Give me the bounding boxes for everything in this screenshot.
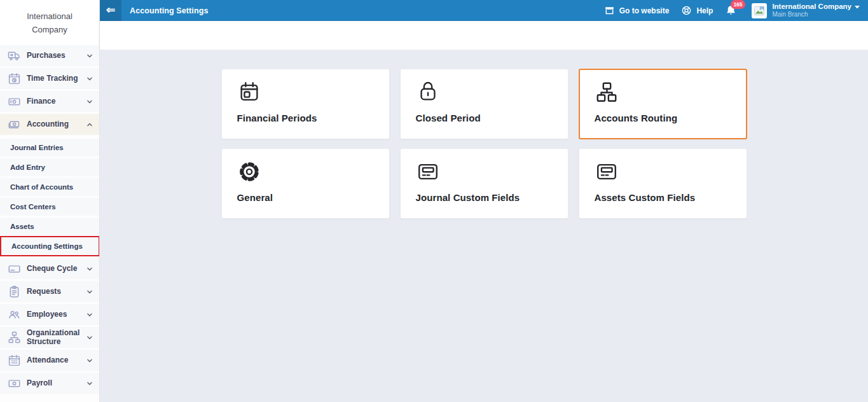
custom-field-icon — [595, 160, 620, 185]
sidebar-subitem-cost-centers[interactable]: Cost Centers — [0, 198, 99, 216]
cash-icon — [7, 118, 21, 132]
sidebar-submenu-accounting: Journal EntriesAdd EntryChart of Account… — [0, 139, 99, 256]
submenu-item-label: Accounting Settings — [11, 242, 83, 250]
sidebar-item-label: Attendance — [27, 356, 86, 365]
sidebar-item-organizational-structure[interactable]: Organizational Structure — [0, 327, 99, 348]
sidebar-item-label: Cheque Cycle — [27, 265, 86, 274]
sidebar: International Company PurchasesTime Trac… — [0, 0, 100, 402]
submenu-item-label: Journal Entries — [10, 144, 64, 151]
submenu-item-label: Cost Centers — [10, 203, 56, 211]
settings-card-label: General — [237, 192, 389, 203]
sidebar-item-label: Payroll — [27, 379, 86, 388]
help-link[interactable]: Help — [681, 5, 713, 16]
sidebar-subitem-chart-of-accounts[interactable]: Chart of Accounts — [0, 178, 99, 196]
sidebar-item-attendance[interactable]: Attendance — [0, 350, 99, 371]
sidebar-item-accounting[interactable]: Accounting — [0, 114, 99, 135]
sidebar-subitem-journal-entries[interactable]: Journal Entries — [0, 139, 99, 156]
settings-card-label: Financial Periods — [237, 113, 389, 123]
sidebar-item-finance[interactable]: Finance — [0, 91, 99, 112]
calendar-icon — [237, 80, 263, 106]
account-menu[interactable]: International Company Main Branch — [752, 3, 860, 18]
storefront-icon — [604, 5, 615, 16]
chevron-up-icon — [86, 121, 93, 128]
page-subheader — [100, 21, 868, 50]
collapse-sidebar-button[interactable]: ⇐ — [100, 0, 121, 21]
caret-down-icon — [855, 6, 860, 9]
gear-icon — [237, 160, 263, 185]
banknote-icon — [7, 95, 21, 109]
sidebar-item-label: Accounting — [27, 120, 86, 129]
app-root: International Company PurchasesTime Trac… — [0, 0, 868, 402]
payroll-icon — [7, 377, 21, 391]
help-label: Help — [696, 6, 713, 15]
sidebar-item-label: Organizational Structure — [27, 329, 86, 347]
chevron-down-icon — [86, 266, 93, 272]
company-logo: International Company — [0, 0, 99, 45]
content-area: Financial PeriodsClosed PeriodAccounts R… — [100, 50, 868, 402]
main-column: ⇐ Accounting Settings Go to website — [100, 0, 868, 402]
settings-card-general[interactable]: General — [221, 148, 390, 219]
settings-card-accounts-routing[interactable]: Accounts Routing — [579, 69, 747, 139]
settings-cards-grid: Financial PeriodsClosed PeriodAccounts R… — [221, 69, 747, 219]
go-to-website-link[interactable]: Go to website — [604, 5, 670, 16]
sidebar-item-label: Time Tracking — [27, 74, 86, 83]
sidebar-item-label: Finance — [27, 97, 86, 106]
settings-card-closed-period[interactable]: Closed Period — [400, 69, 568, 139]
sidebar-subitem-add-entry[interactable]: Add Entry — [0, 158, 99, 176]
sitemap-icon — [595, 80, 620, 106]
company-logo-line1: International — [27, 10, 72, 23]
clipboard-icon — [7, 285, 21, 299]
lock-icon — [416, 80, 441, 106]
chevron-down-icon — [86, 335, 93, 341]
notifications-button[interactable]: 165 — [725, 4, 737, 17]
go-to-website-label: Go to website — [619, 6, 670, 15]
notifications-badge: 165 — [731, 0, 745, 9]
sidebar-nav: PurchasesTime TrackingFinanceAccountingJ… — [0, 45, 99, 394]
submenu-item-label: Chart of Accounts — [10, 183, 73, 191]
account-branch-name: Main Branch — [772, 11, 860, 18]
org-chart-icon — [7, 331, 21, 345]
page-title: Accounting Settings — [130, 6, 604, 15]
sidebar-item-time-tracking[interactable]: Time Tracking — [0, 68, 99, 89]
custom-field-icon — [416, 160, 441, 185]
people-icon — [7, 308, 21, 322]
chevron-down-icon — [86, 357, 93, 364]
submenu-item-label: Add Entry — [10, 163, 45, 171]
account-text: International Company Main Branch — [772, 3, 860, 18]
settings-card-label: Journal Custom Fields — [416, 192, 568, 203]
settings-card-financial-periods[interactable]: Financial Periods — [221, 69, 390, 139]
sidebar-item-cheque-cycle[interactable]: Cheque Cycle — [0, 258, 99, 279]
sidebar-item-payroll[interactable]: Payroll — [0, 373, 99, 394]
calendar-clock-icon — [7, 72, 21, 86]
lifebuoy-icon — [681, 5, 692, 16]
topbar-actions: Go to website Help — [604, 3, 860, 18]
settings-card-label: Accounts Routing — [595, 113, 746, 123]
sidebar-item-purchases[interactable]: Purchases — [0, 45, 99, 66]
sidebar-item-label: Employees — [27, 310, 86, 319]
submenu-item-label: Assets — [10, 223, 34, 230]
sidebar-subitem-assets[interactable]: Assets — [0, 218, 99, 235]
sidebar-item-employees[interactable]: Employees — [0, 304, 99, 325]
chevron-down-icon — [86, 289, 93, 295]
chevron-down-icon — [86, 53, 93, 59]
chevron-down-icon — [86, 99, 93, 105]
chevron-down-icon — [86, 312, 93, 318]
sidebar-subitem-accounting-settings[interactable]: Accounting Settings — [0, 236, 100, 256]
company-logo-line2: Company — [32, 23, 67, 36]
sidebar-item-label: Requests — [27, 288, 86, 296]
chevron-down-icon — [86, 380, 93, 387]
sidebar-item-requests[interactable]: Requests — [0, 281, 99, 302]
collapse-sidebar-icon: ⇐ — [106, 4, 115, 15]
truck-icon — [7, 49, 21, 63]
settings-card-journal-custom-fields[interactable]: Journal Custom Fields — [400, 148, 568, 219]
calendar-icon — [7, 354, 21, 368]
chevron-down-icon — [86, 76, 93, 82]
account-company-name: International Company — [772, 3, 851, 11]
company-image-icon — [752, 3, 767, 18]
cheque-icon — [7, 262, 21, 276]
sidebar-item-label: Purchases — [27, 52, 86, 60]
topbar: ⇐ Accounting Settings Go to website — [100, 0, 868, 21]
settings-card-label: Assets Custom Fields — [595, 192, 747, 203]
settings-card-assets-custom-fields[interactable]: Assets Custom Fields — [579, 148, 747, 219]
settings-card-label: Closed Period — [416, 113, 568, 123]
